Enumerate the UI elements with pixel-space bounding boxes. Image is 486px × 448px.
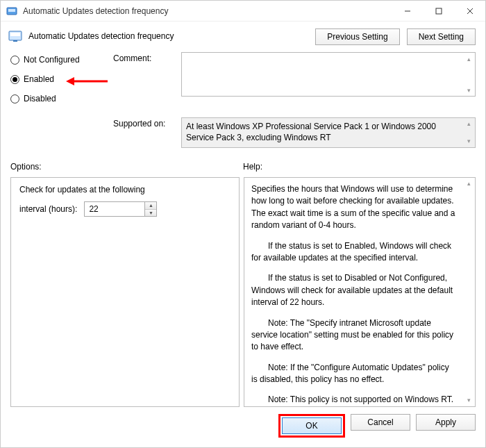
radio-label: Enabled: [24, 74, 54, 84]
minimize-button[interactable]: [392, 1, 423, 21]
interval-label: interval (hours):: [19, 204, 77, 214]
supported-on-box: At least Windows XP Professional Service…: [181, 117, 476, 148]
radio-icon: [10, 75, 19, 84]
help-label: Help:: [243, 162, 476, 172]
window-title: Automatic Updates detection frequency: [23, 6, 392, 16]
dialog-window: Automatic Updates detection frequency: [0, 0, 486, 448]
header: Automatic Updates detection frequency Pr…: [1, 22, 485, 48]
interval-spinner[interactable]: ▲ ▼: [84, 201, 157, 217]
annotation-arrow: [66, 76, 108, 86]
svg-rect-7: [10, 33, 20, 36]
scroll-up-icon[interactable]: ▴: [463, 178, 475, 190]
meta-fields: Comment: ▴ ▾ Supported on: At least Wind…: [113, 52, 476, 148]
apply-button[interactable]: Apply: [416, 414, 476, 431]
comment-label: Comment:: [113, 52, 176, 63]
svg-marker-10: [66, 77, 74, 85]
svg-rect-8: [13, 40, 17, 42]
comment-textarea[interactable]: ▴ ▾: [181, 52, 476, 97]
radio-label: Disabled: [24, 94, 56, 103]
policy-icon: [8, 28, 23, 44]
radio-label: Not Configured: [24, 55, 80, 65]
maximize-button[interactable]: [423, 1, 454, 21]
radio-disabled[interactable]: Disabled: [10, 94, 101, 103]
next-setting-button[interactable]: Next Setting: [407, 28, 476, 45]
policy-title: Automatic Updates detection frequency: [28, 31, 174, 41]
annotation-highlight: OK: [278, 414, 345, 438]
scrollbar[interactable]: ▴ ▾: [463, 178, 475, 406]
spin-up-icon[interactable]: ▲: [145, 202, 156, 210]
window-buttons: [392, 1, 485, 21]
previous-setting-button[interactable]: Previous Setting: [315, 28, 399, 45]
help-paragraph: Note: This policy is not supported on Wi…: [251, 394, 457, 407]
scroll-up-icon[interactable]: ▴: [463, 118, 475, 130]
options-panel: Check for updates at the following inter…: [10, 177, 240, 407]
state-radio-group: Not Configured Enabled Disabled: [10, 52, 101, 148]
scrollbar[interactable]: ▴ ▾: [463, 118, 475, 147]
app-icon: [6, 6, 17, 17]
config-area: Not Configured Enabled Disabled Comment:: [1, 48, 485, 148]
supported-label: Supported on:: [113, 117, 176, 128]
interval-input[interactable]: [85, 202, 144, 216]
help-paragraph: Specifies the hours that Windows will us…: [251, 183, 457, 232]
svg-rect-3: [436, 8, 442, 14]
scrollbar[interactable]: ▴ ▾: [463, 53, 475, 96]
scroll-up-icon[interactable]: ▴: [463, 53, 475, 65]
radio-icon: [10, 94, 19, 103]
radio-not-configured[interactable]: Not Configured: [10, 55, 101, 65]
ok-button[interactable]: OK: [282, 417, 342, 434]
titlebar: Automatic Updates detection frequency: [1, 1, 485, 22]
supported-on-text: At least Windows XP Professional Service…: [186, 122, 436, 142]
help-paragraph: If the status is set to Enabled, Windows…: [251, 240, 457, 265]
scroll-down-icon[interactable]: ▾: [463, 84, 475, 96]
content-panes: Check for updates at the following inter…: [1, 174, 485, 407]
options-text: Check for updates at the following: [19, 185, 231, 194]
cancel-button[interactable]: Cancel: [351, 414, 410, 431]
help-paragraph: Note: The "Specify intranet Microsoft up…: [251, 317, 457, 354]
dialog-footer: OK Cancel Apply: [1, 407, 485, 447]
scroll-down-icon[interactable]: ▾: [463, 395, 475, 406]
radio-icon: [10, 56, 19, 65]
close-button[interactable]: [454, 1, 485, 21]
scroll-down-icon[interactable]: ▾: [463, 135, 475, 147]
spin-down-icon[interactable]: ▼: [145, 210, 156, 217]
svg-rect-1: [8, 9, 15, 12]
options-label: Options:: [10, 162, 243, 172]
section-labels: Options: Help:: [1, 148, 485, 174]
help-panel: Specifies the hours that Windows will us…: [244, 177, 476, 407]
help-paragraph: If the status is set to Disabled or Not …: [251, 272, 457, 308]
help-paragraph: Note: If the "Configure Automatic Update…: [251, 362, 457, 386]
